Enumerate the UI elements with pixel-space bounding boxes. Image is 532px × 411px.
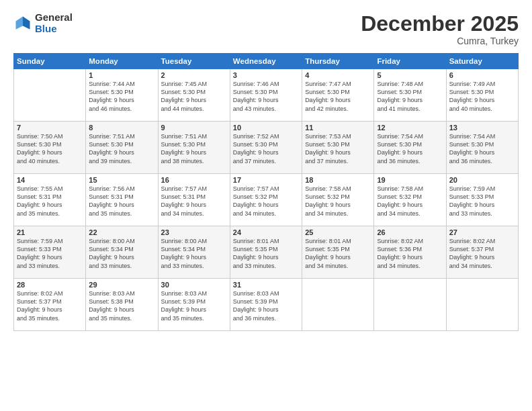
day-info: Sunrise: 8:00 AM Sunset: 5:34 PM Dayligh… — [161, 237, 227, 270]
day-number: 15 — [89, 176, 154, 184]
day-number: 5 — [377, 71, 443, 79]
calendar-week-row: 14Sunrise: 7:55 AM Sunset: 5:31 PM Dayli… — [14, 174, 519, 226]
day-number: 13 — [449, 124, 515, 132]
calendar-cell: 24Sunrise: 8:01 AM Sunset: 5:35 PM Dayli… — [230, 226, 302, 279]
calendar-cell: 8Sunrise: 7:51 AM Sunset: 5:30 PM Daylig… — [86, 122, 158, 174]
calendar-cell: 3Sunrise: 7:46 AM Sunset: 5:30 PM Daylig… — [230, 69, 302, 122]
day-number: 23 — [161, 228, 227, 236]
day-info: Sunrise: 7:49 AM Sunset: 5:30 PM Dayligh… — [449, 80, 515, 113]
calendar-table: SundayMondayTuesdayWednesdayThursdayFrid… — [13, 53, 519, 331]
day-info: Sunrise: 7:50 AM Sunset: 5:30 PM Dayligh… — [17, 132, 83, 165]
calendar-cell: 4Sunrise: 7:47 AM Sunset: 5:30 PM Daylig… — [302, 69, 374, 122]
weekday-header: Sunday — [14, 54, 86, 69]
calendar-cell: 15Sunrise: 7:56 AM Sunset: 5:31 PM Dayli… — [86, 174, 158, 226]
day-number: 22 — [89, 228, 154, 236]
weekday-header: Friday — [374, 54, 446, 69]
day-info: Sunrise: 7:51 AM Sunset: 5:30 PM Dayligh… — [161, 132, 227, 165]
calendar-cell: 26Sunrise: 8:02 AM Sunset: 5:36 PM Dayli… — [374, 226, 446, 279]
day-number: 8 — [89, 124, 154, 132]
calendar-cell — [14, 69, 86, 122]
day-number: 24 — [233, 228, 299, 236]
day-info: Sunrise: 7:48 AM Sunset: 5:30 PM Dayligh… — [377, 80, 443, 113]
day-info: Sunrise: 7:59 AM Sunset: 5:33 PM Dayligh… — [449, 185, 515, 218]
day-number: 7 — [17, 124, 83, 132]
logo-icon — [13, 14, 32, 33]
calendar-week-row: 21Sunrise: 7:59 AM Sunset: 5:33 PM Dayli… — [14, 226, 519, 279]
day-number: 3 — [233, 71, 299, 79]
day-number: 25 — [305, 228, 371, 236]
calendar-cell — [446, 279, 518, 331]
day-info: Sunrise: 8:00 AM Sunset: 5:34 PM Dayligh… — [89, 237, 154, 270]
day-info: Sunrise: 7:53 AM Sunset: 5:30 PM Dayligh… — [305, 132, 371, 165]
day-info: Sunrise: 7:58 AM Sunset: 5:32 PM Dayligh… — [377, 185, 443, 218]
calendar-cell: 11Sunrise: 7:53 AM Sunset: 5:30 PM Dayli… — [302, 122, 374, 174]
day-info: Sunrise: 7:56 AM Sunset: 5:31 PM Dayligh… — [89, 185, 154, 218]
calendar-week-row: 7Sunrise: 7:50 AM Sunset: 5:30 PM Daylig… — [14, 122, 519, 174]
day-info: Sunrise: 7:52 AM Sunset: 5:30 PM Dayligh… — [233, 132, 299, 165]
day-number: 27 — [449, 228, 515, 236]
calendar-cell: 16Sunrise: 7:57 AM Sunset: 5:31 PM Dayli… — [158, 174, 230, 226]
calendar-cell: 21Sunrise: 7:59 AM Sunset: 5:33 PM Dayli… — [14, 226, 86, 279]
weekday-header: Thursday — [302, 54, 374, 69]
logo-blue-text: Blue — [35, 24, 73, 35]
weekday-header: Monday — [86, 54, 158, 69]
day-number: 12 — [377, 124, 443, 132]
calendar-cell: 13Sunrise: 7:54 AM Sunset: 5:30 PM Dayli… — [446, 122, 518, 174]
day-number: 31 — [233, 281, 299, 289]
calendar-cell — [302, 279, 374, 331]
day-info: Sunrise: 7:58 AM Sunset: 5:32 PM Dayligh… — [305, 185, 371, 218]
day-number: 16 — [161, 176, 227, 184]
day-number: 21 — [17, 228, 83, 236]
day-number: 11 — [305, 124, 371, 132]
day-info: Sunrise: 8:02 AM Sunset: 5:36 PM Dayligh… — [377, 237, 443, 270]
calendar-cell: 7Sunrise: 7:50 AM Sunset: 5:30 PM Daylig… — [14, 122, 86, 174]
month-title: December 2025 — [361, 12, 519, 36]
calendar-cell: 31Sunrise: 8:03 AM Sunset: 5:39 PM Dayli… — [230, 279, 302, 331]
calendar-cell: 17Sunrise: 7:57 AM Sunset: 5:32 PM Dayli… — [230, 174, 302, 226]
day-number: 19 — [377, 176, 443, 184]
day-info: Sunrise: 8:03 AM Sunset: 5:39 PM Dayligh… — [161, 289, 227, 322]
day-number: 30 — [161, 281, 227, 289]
day-number: 26 — [377, 228, 443, 236]
day-number: 18 — [305, 176, 371, 184]
calendar-cell: 9Sunrise: 7:51 AM Sunset: 5:30 PM Daylig… — [158, 122, 230, 174]
calendar-cell: 12Sunrise: 7:54 AM Sunset: 5:30 PM Dayli… — [374, 122, 446, 174]
svg-marker-1 — [16, 16, 24, 29]
day-number: 28 — [17, 281, 83, 289]
calendar-cell: 22Sunrise: 8:00 AM Sunset: 5:34 PM Dayli… — [86, 226, 158, 279]
calendar-cell: 29Sunrise: 8:03 AM Sunset: 5:38 PM Dayli… — [86, 279, 158, 331]
day-info: Sunrise: 7:59 AM Sunset: 5:33 PM Dayligh… — [17, 237, 83, 270]
day-info: Sunrise: 7:57 AM Sunset: 5:31 PM Dayligh… — [161, 185, 227, 218]
calendar-cell: 19Sunrise: 7:58 AM Sunset: 5:32 PM Dayli… — [374, 174, 446, 226]
calendar-week-row: 1Sunrise: 7:44 AM Sunset: 5:30 PM Daylig… — [14, 69, 519, 122]
calendar-cell: 25Sunrise: 8:01 AM Sunset: 5:35 PM Dayli… — [302, 226, 374, 279]
calendar-cell: 18Sunrise: 7:58 AM Sunset: 5:32 PM Dayli… — [302, 174, 374, 226]
day-number: 20 — [449, 176, 515, 184]
day-info: Sunrise: 8:03 AM Sunset: 5:38 PM Dayligh… — [89, 289, 154, 322]
calendar-cell: 28Sunrise: 8:02 AM Sunset: 5:37 PM Dayli… — [14, 279, 86, 331]
logo: General Blue — [13, 12, 73, 34]
calendar-cell: 1Sunrise: 7:44 AM Sunset: 5:30 PM Daylig… — [86, 69, 158, 122]
logo-text: General Blue — [35, 12, 73, 34]
day-info: Sunrise: 8:02 AM Sunset: 5:37 PM Dayligh… — [449, 237, 515, 270]
weekday-header: Wednesday — [230, 54, 302, 69]
day-info: Sunrise: 8:03 AM Sunset: 5:39 PM Dayligh… — [233, 289, 299, 322]
header: General Blue December 2025 Cumra, Turkey — [13, 12, 519, 46]
calendar-cell: 5Sunrise: 7:48 AM Sunset: 5:30 PM Daylig… — [374, 69, 446, 122]
svg-marker-0 — [23, 16, 30, 29]
day-number: 4 — [305, 71, 371, 79]
day-info: Sunrise: 8:01 AM Sunset: 5:35 PM Dayligh… — [305, 237, 371, 270]
calendar-cell: 14Sunrise: 7:55 AM Sunset: 5:31 PM Dayli… — [14, 174, 86, 226]
calendar-cell: 23Sunrise: 8:00 AM Sunset: 5:34 PM Dayli… — [158, 226, 230, 279]
day-info: Sunrise: 7:54 AM Sunset: 5:30 PM Dayligh… — [449, 132, 515, 165]
calendar-cell: 27Sunrise: 8:02 AM Sunset: 5:37 PM Dayli… — [446, 226, 518, 279]
location-subtitle: Cumra, Turkey — [361, 36, 519, 46]
day-info: Sunrise: 7:47 AM Sunset: 5:30 PM Dayligh… — [305, 80, 371, 113]
day-info: Sunrise: 7:51 AM Sunset: 5:30 PM Dayligh… — [89, 132, 154, 165]
day-number: 29 — [89, 281, 154, 289]
logo-general-text: General — [35, 12, 73, 24]
day-info: Sunrise: 7:54 AM Sunset: 5:30 PM Dayligh… — [377, 132, 443, 165]
day-info: Sunrise: 8:01 AM Sunset: 5:35 PM Dayligh… — [233, 237, 299, 270]
day-info: Sunrise: 7:57 AM Sunset: 5:32 PM Dayligh… — [233, 185, 299, 218]
calendar-cell: 30Sunrise: 8:03 AM Sunset: 5:39 PM Dayli… — [158, 279, 230, 331]
